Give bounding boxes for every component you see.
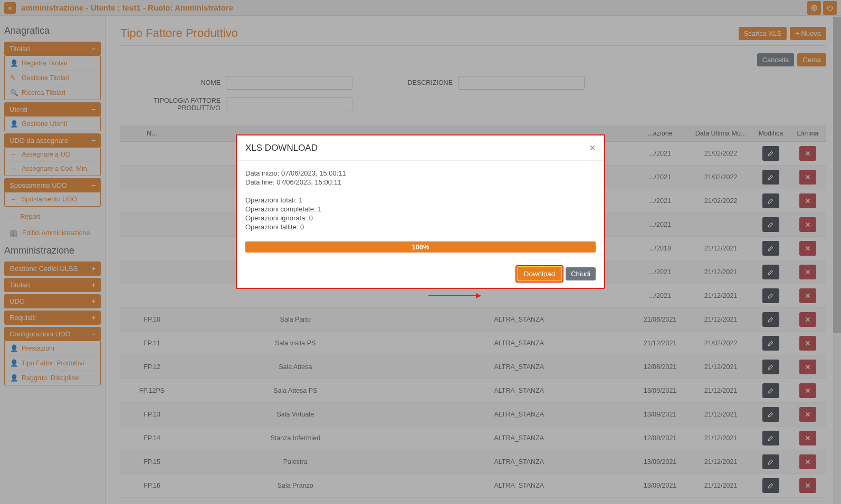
modal-start: Data inizio: 07/06/2023, 15:00:11 (245, 169, 596, 177)
modal-title: XLS DOWNLOAD (245, 143, 318, 153)
progress-bar: 100% (245, 241, 596, 253)
modal-failed: Operazioni fallite: 0 (245, 223, 596, 231)
modal-total: Operazioni totali: 1 (245, 196, 596, 204)
xls-download-modal: XLS DOWNLOAD × Data inizio: 07/06/2023, … (236, 134, 605, 289)
modal-overlay: XLS DOWNLOAD × Data inizio: 07/06/2023, … (0, 0, 841, 504)
close-button[interactable]: Chiudi (566, 267, 596, 280)
modal-end: Data fine: 07/06/2023, 15:00:11 (245, 178, 596, 186)
modal-completed: Operazioni completate: 1 (245, 205, 596, 213)
close-icon[interactable]: × (589, 142, 596, 154)
modal-ignored: Operazioni ignorata: 0 (245, 214, 596, 222)
download-button[interactable]: Download (517, 266, 562, 282)
